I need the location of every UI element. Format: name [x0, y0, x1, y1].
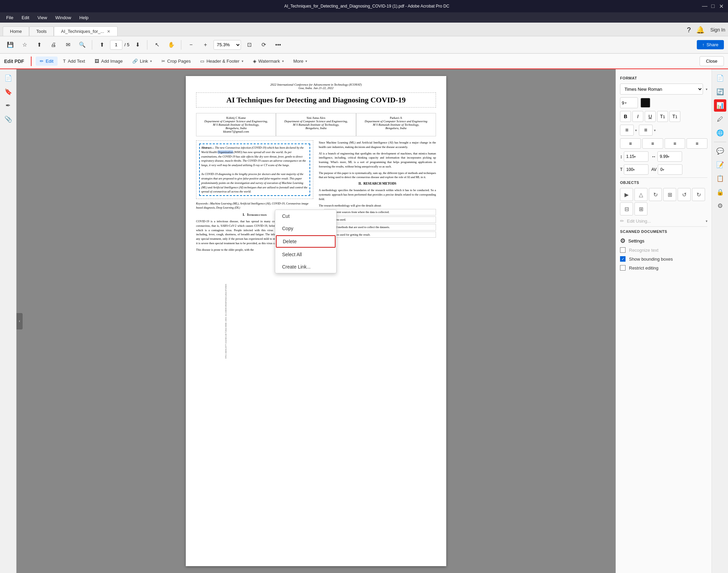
fr-btn-7[interactable]: 📝: [714, 159, 726, 171]
color-picker[interactable]: [641, 98, 650, 108]
superscript-btn[interactable]: T1: [657, 111, 668, 122]
pan-tool-btn[interactable]: ✋: [165, 39, 178, 51]
font-select[interactable]: Times New Roman Arial Helvetica: [620, 84, 703, 95]
obj-align-btn[interactable]: ⊞: [663, 188, 676, 201]
scroll-handle[interactable]: ‹: [16, 313, 23, 329]
more-btn[interactable]: More ▾: [289, 57, 312, 66]
prev-page-btn[interactable]: ⬆: [96, 39, 108, 51]
obj-triangle-btn[interactable]: △: [634, 188, 647, 201]
separator-3: [181, 40, 181, 50]
main-toolbar: 💾 ☆ ⬆ 🖨 ✉ 🔍 ⬆ / 5 ⬇ ↖ ✋ − + 75.3% 50% 10…: [0, 36, 728, 53]
notifications-icon[interactable]: 🔔: [696, 26, 705, 34]
ctx-delete[interactable]: Delete: [276, 235, 336, 248]
ctx-select-all[interactable]: Select All: [275, 248, 336, 261]
underline-btn[interactable]: U: [645, 111, 656, 122]
pdf-abstract[interactable]: Abstract— The new Coronavirus infection …: [196, 140, 313, 199]
tab-close[interactable]: ✕: [107, 29, 110, 34]
spacing-input[interactable]: 0 ▾: [658, 164, 682, 175]
fr-btn-2[interactable]: 🔄: [714, 86, 726, 98]
obj-rotate-btn[interactable]: ↻: [649, 188, 662, 201]
save-btn[interactable]: 💾: [4, 39, 16, 51]
image-icon: 🖼: [95, 59, 99, 64]
fit-page-btn[interactable]: ⊡: [243, 39, 255, 51]
select-tool-btn[interactable]: ↖: [151, 39, 163, 51]
sign-in-btn[interactable]: Sign In: [710, 27, 725, 33]
sidebar-attach-icon[interactable]: 📎: [2, 113, 14, 125]
align-left-btn[interactable]: ≡: [620, 138, 641, 149]
bookmark-btn[interactable]: ☆: [19, 39, 31, 51]
more-tools-btn[interactable]: •••: [272, 39, 284, 51]
fr-btn-8[interactable]: 📋: [714, 172, 726, 185]
next-page-btn[interactable]: ⬇: [131, 39, 144, 51]
tab-tools[interactable]: Tools: [29, 26, 54, 36]
ctx-cut[interactable]: Cut: [275, 210, 336, 222]
close-btn[interactable]: ✕: [718, 3, 724, 9]
search-btn[interactable]: 🔍: [76, 39, 88, 51]
obj-ungroup-btn[interactable]: ⊞: [634, 202, 647, 215]
obj-group-btn[interactable]: ⊟: [620, 202, 633, 215]
settings-row[interactable]: ⚙ Settings: [620, 237, 707, 245]
fr-btn-1[interactable]: 📄: [714, 72, 726, 84]
tab-home[interactable]: Home: [3, 26, 29, 36]
rotate-btn[interactable]: ⟳: [257, 39, 270, 51]
tab-document[interactable]: AI_Techniques_for_... ✕: [54, 26, 118, 36]
fr-btn-4[interactable]: 🖊: [714, 113, 726, 125]
subscript-btn[interactable]: T1: [669, 111, 680, 122]
scanned-title: SCANNED DOCUMENTS: [620, 229, 707, 234]
minimize-btn[interactable]: —: [702, 3, 707, 9]
italic-btn[interactable]: I: [632, 111, 643, 122]
add-image-btn[interactable]: 🖼 Add Image: [90, 57, 127, 66]
menu-edit[interactable]: Edit: [18, 14, 33, 22]
bold-btn[interactable]: B: [620, 111, 631, 122]
page-input[interactable]: [110, 40, 122, 50]
print-btn[interactable]: 🖨: [47, 39, 60, 51]
fr-btn-9[interactable]: 🔒: [714, 186, 726, 198]
show-bounding-checkbox[interactable]: ✓: [620, 256, 626, 262]
menu-file[interactable]: File: [3, 14, 17, 22]
selected-text-box[interactable]: Abstract— The new Coronavirus infection …: [199, 144, 310, 196]
menu-help[interactable]: Help: [76, 14, 92, 22]
restrict-editing-checkbox[interactable]: [620, 265, 626, 271]
obj-redo-btn[interactable]: ↻: [692, 188, 705, 201]
upload-btn[interactable]: ⬆: [33, 39, 45, 51]
obj-undo-btn[interactable]: ↺: [678, 188, 691, 201]
fr-btn-6[interactable]: 💬: [714, 145, 726, 157]
edit-btn[interactable]: ✏ Edit: [36, 57, 57, 66]
zoom-select[interactable]: 75.3% 50% 100% 125%: [214, 40, 241, 50]
char-spacing-input[interactable]: 9.99 ▾: [657, 151, 682, 162]
align-right-btn[interactable]: ≡: [665, 138, 685, 149]
menu-window[interactable]: Window: [52, 14, 74, 22]
ordered-list-btn[interactable]: ≡: [639, 125, 653, 136]
align-justify-btn[interactable]: ≡: [687, 138, 707, 149]
fr-btn-3-active[interactable]: 📊: [714, 99, 726, 112]
align-center-btn[interactable]: ≡: [642, 138, 663, 149]
font-size-input[interactable]: 9 ▾: [620, 97, 638, 108]
add-text-btn[interactable]: T Add Text: [59, 57, 89, 66]
crop-pages-btn[interactable]: ✂ Crop Pages: [157, 57, 195, 66]
right-col-para2: AI is a branch of engineering that spotl…: [319, 151, 436, 169]
scale-input[interactable]: 100 ▾: [624, 164, 648, 175]
sidebar-pages-icon[interactable]: 📄: [2, 72, 14, 84]
maximize-btn[interactable]: □: [710, 3, 716, 9]
sidebar-bookmark-icon[interactable]: 🔖: [2, 86, 14, 98]
fr-btn-10[interactable]: ⚙: [714, 200, 726, 212]
unordered-list-btn[interactable]: ≡: [620, 125, 634, 136]
text-style-row: B I U T1 T1: [620, 111, 707, 122]
ctx-create-link[interactable]: Create Link...: [275, 261, 336, 273]
line-spacing-input[interactable]: 1.15 ▾: [624, 151, 648, 162]
email-btn[interactable]: ✉: [62, 39, 74, 51]
fr-btn-5[interactable]: 🌐: [714, 127, 726, 139]
header-footer-btn[interactable]: ▭ Header & Footer ▾: [196, 57, 247, 66]
recognize-text-checkbox[interactable]: [620, 247, 626, 253]
sidebar-signature-icon[interactable]: ✒: [2, 99, 14, 112]
close-edit-btn[interactable]: Close: [700, 56, 724, 66]
zoom-out-btn[interactable]: −: [185, 39, 197, 51]
watermark-btn[interactable]: ◈ Watermark ▾: [249, 57, 288, 66]
link-btn[interactable]: 🔗 Link ▾: [128, 57, 156, 66]
share-btn[interactable]: ↑ Share: [697, 40, 724, 49]
ctx-copy[interactable]: Copy: [275, 222, 336, 235]
zoom-in-btn[interactable]: +: [199, 39, 211, 51]
help-icon[interactable]: ?: [687, 26, 691, 34]
menu-view[interactable]: View: [34, 14, 50, 22]
obj-arrow-btn[interactable]: ▶: [620, 188, 633, 201]
